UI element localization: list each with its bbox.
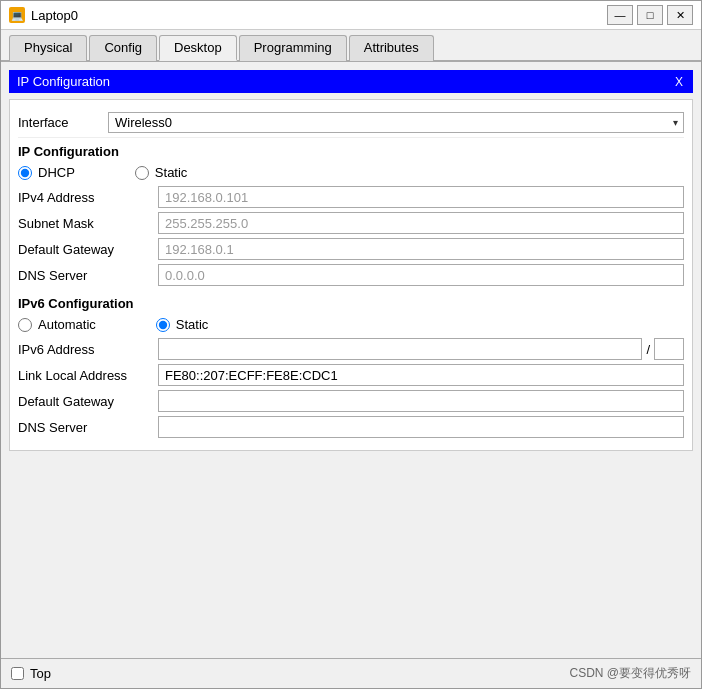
ip-config-title: IP Configuration: [17, 74, 110, 89]
ipv4-address-label: IPv4 Address: [18, 190, 158, 205]
interface-row: Interface Wireless0 FastEthernet0 ▾: [18, 108, 684, 138]
interface-select-wrapper[interactable]: Wireless0 FastEthernet0 ▾: [108, 112, 684, 133]
static-ipv4-label: Static: [155, 165, 188, 180]
maximize-button[interactable]: □: [637, 5, 663, 25]
default-gateway-v4-label: Default Gateway: [18, 242, 158, 257]
ipv6-address-group: /: [158, 338, 684, 360]
ipv6-address-input[interactable]: [158, 338, 642, 360]
dhcp-radio[interactable]: [18, 166, 32, 180]
dns-server-v6-input[interactable]: [158, 416, 684, 438]
dns-server-v4-label: DNS Server: [18, 268, 158, 283]
default-gateway-v4-input[interactable]: [158, 238, 684, 260]
dhcp-label: DHCP: [38, 165, 75, 180]
tab-bar: Physical Config Desktop Programming Attr…: [1, 30, 701, 62]
static-ipv6-label: Static: [176, 317, 209, 332]
default-gateway-v6-label: Default Gateway: [18, 394, 158, 409]
tab-attributes[interactable]: Attributes: [349, 35, 434, 61]
ip-config-header-bar: IP Configuration X: [9, 70, 693, 93]
interface-select[interactable]: Wireless0 FastEthernet0: [108, 112, 684, 133]
dns-server-v6-label: DNS Server: [18, 420, 158, 435]
static-ipv6-radio[interactable]: [156, 318, 170, 332]
title-bar: 💻 Laptop0 — □ ✕: [1, 1, 701, 30]
dns-server-v6-row: DNS Server: [18, 416, 684, 438]
tab-config[interactable]: Config: [89, 35, 157, 61]
static-ipv6-option[interactable]: Static: [156, 317, 209, 332]
dhcp-option[interactable]: DHCP: [18, 165, 75, 180]
link-local-row: Link Local Address: [18, 364, 684, 386]
tab-physical[interactable]: Physical: [9, 35, 87, 61]
static-ipv4-radio[interactable]: [135, 166, 149, 180]
interface-section: Interface Wireless0 FastEthernet0 ▾ IP C…: [9, 99, 693, 451]
ipv4-section-title: IP Configuration: [18, 144, 684, 159]
ipv4-radio-row: DHCP Static: [18, 165, 684, 180]
main-window: 💻 Laptop0 — □ ✕ Physical Config Desktop …: [0, 0, 702, 689]
top-checkbox[interactable]: [11, 667, 24, 680]
ipv6-prefix-divider: /: [646, 342, 650, 357]
default-gateway-v6-input[interactable]: [158, 390, 684, 412]
subnet-mask-label: Subnet Mask: [18, 216, 158, 231]
top-label: Top: [30, 666, 51, 681]
window-title: Laptop0: [31, 8, 607, 23]
ipv6-radio-row: Automatic Static: [18, 317, 684, 332]
ipv6-section-title: IPv6 Configuration: [18, 296, 684, 311]
interface-label: Interface: [18, 115, 98, 130]
link-local-label: Link Local Address: [18, 368, 158, 383]
subnet-mask-row: Subnet Mask: [18, 212, 684, 234]
main-content: IP Configuration X Interface Wireless0 F…: [1, 62, 701, 658]
minimize-button[interactable]: —: [607, 5, 633, 25]
window-controls: — □ ✕: [607, 5, 693, 25]
watermark: CSDN @要变得优秀呀: [569, 665, 691, 682]
ipv6-address-label: IPv6 Address: [18, 342, 158, 357]
link-local-input[interactable]: [158, 364, 684, 386]
bottom-bar: Top CSDN @要变得优秀呀: [1, 658, 701, 688]
automatic-option[interactable]: Automatic: [18, 317, 96, 332]
ipv6-prefix-input[interactable]: [654, 338, 684, 360]
ipv4-address-row: IPv4 Address: [18, 186, 684, 208]
ipv6-address-row: IPv6 Address /: [18, 338, 684, 360]
close-button[interactable]: ✕: [667, 5, 693, 25]
static-ipv4-option[interactable]: Static: [135, 165, 188, 180]
automatic-radio[interactable]: [18, 318, 32, 332]
tab-desktop[interactable]: Desktop: [159, 35, 237, 61]
top-checkbox-row: Top: [11, 666, 51, 681]
spacer: [9, 457, 693, 650]
ipv4-address-input[interactable]: [158, 186, 684, 208]
ip-config-close-button[interactable]: X: [673, 75, 685, 89]
dns-server-v4-input[interactable]: [158, 264, 684, 286]
app-icon: 💻: [9, 7, 25, 23]
tab-programming[interactable]: Programming: [239, 35, 347, 61]
default-gateway-v4-row: Default Gateway: [18, 238, 684, 260]
dns-server-v4-row: DNS Server: [18, 264, 684, 286]
subnet-mask-input[interactable]: [158, 212, 684, 234]
default-gateway-v6-row: Default Gateway: [18, 390, 684, 412]
automatic-label: Automatic: [38, 317, 96, 332]
